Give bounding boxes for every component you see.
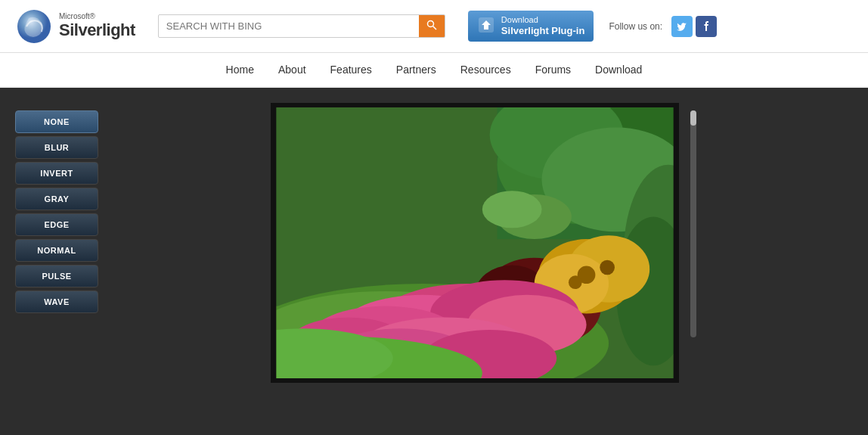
logo-area: Microsoft® Silverlight: [15, 8, 135, 45]
garden-image: [271, 103, 679, 383]
filter-btn-gray[interactable]: GRAY: [15, 188, 98, 210]
facebook-button[interactable]: [696, 16, 717, 37]
twitter-icon: [676, 20, 688, 33]
svg-point-26: [568, 275, 581, 289]
filter-btn-none[interactable]: NONE: [15, 110, 98, 133]
facebook-icon: [700, 20, 712, 33]
search-icon: [426, 20, 437, 30]
svg-point-25: [600, 260, 615, 275]
main-content: NONEBLURINVERTGRAYEDGENORMALPULSEWAVE: [0, 88, 868, 435]
search-input[interactable]: [159, 16, 419, 36]
twitter-button[interactable]: [671, 16, 693, 37]
filter-btn-pulse[interactable]: PULSE: [15, 265, 98, 287]
download-label-line1: Download: [501, 14, 585, 25]
filter-btn-invert[interactable]: INVERT: [15, 162, 98, 185]
svg-line-2: [432, 26, 436, 30]
filter-btn-edge[interactable]: EDGE: [15, 213, 98, 236]
main-nav: HomeAboutFeaturesPartnersResourcesForums…: [0, 53, 868, 88]
logo-text-area: Microsoft® Silverlight: [59, 12, 135, 40]
filter-btn-normal[interactable]: NORMAL: [15, 239, 98, 262]
download-button-text: Download Silverlight Plug-in: [501, 14, 585, 38]
scrollbar-track[interactable]: [690, 110, 696, 337]
follow-label: Follow us on:: [609, 21, 662, 32]
microsoft-label: Microsoft®: [59, 12, 135, 20]
scrollbar-thumb[interactable]: [690, 110, 696, 126]
nav-item-features[interactable]: Features: [326, 61, 377, 79]
silverlight-logo: [15, 8, 53, 45]
nav-item-forums[interactable]: Forums: [531, 61, 575, 79]
nav-item-home[interactable]: Home: [222, 61, 259, 79]
nav-item-about[interactable]: About: [274, 61, 311, 79]
nav-item-partners[interactable]: Partners: [392, 61, 441, 79]
header: Microsoft® Silverlight Download Silverli…: [0, 0, 868, 53]
search-area: [158, 14, 445, 38]
filter-sidebar: NONEBLURINVERTGRAYEDGENORMALPULSEWAVE: [15, 103, 98, 421]
search-button[interactable]: [419, 15, 445, 37]
download-icon: [477, 16, 495, 37]
download-plugin-button[interactable]: Download Silverlight Plug-in: [468, 11, 594, 42]
download-label-line2: Silverlight Plug-in: [501, 25, 585, 38]
follow-area: Follow us on:: [609, 16, 717, 37]
image-area: [113, 103, 853, 421]
nav-item-resources[interactable]: Resources: [456, 61, 516, 79]
filter-btn-wave[interactable]: WAVE: [15, 291, 98, 313]
svg-point-1: [427, 21, 433, 27]
silverlight-label: Silverlight: [59, 20, 135, 40]
nav-item-download[interactable]: Download: [591, 61, 646, 79]
svg-point-17: [482, 191, 541, 228]
filter-btn-blur[interactable]: BLUR: [15, 136, 98, 159]
